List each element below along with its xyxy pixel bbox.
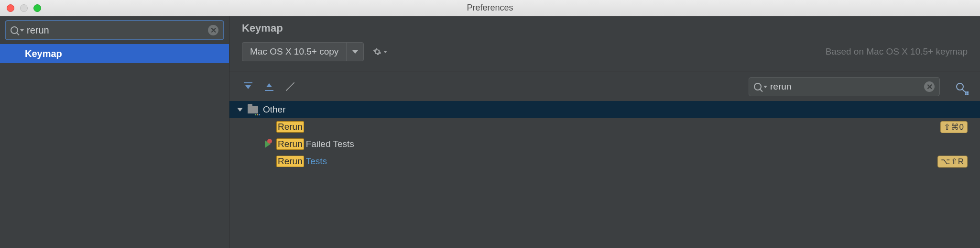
disclosure-triangle-icon[interactable]: [237, 108, 243, 112]
action-icon: [263, 157, 272, 166]
preferences-sidebar: ✕ Keymap: [0, 16, 229, 248]
chevron-down-icon: [352, 50, 358, 54]
sidebar-item-keymap[interactable]: Keymap: [0, 44, 229, 63]
chevron-down-icon: [383, 51, 387, 53]
tree-group-label: Other: [263, 104, 286, 115]
search-icon: [956, 83, 964, 90]
clear-search-button[interactable]: ✕: [924, 81, 935, 92]
based-on-label: Based on Mac OS X 10.5+ keymap: [826, 46, 968, 57]
sidebar-search-input[interactable]: [27, 25, 208, 36]
keymap-tree[interactable]: Other Rerun ⇧⌘0 Rerun Failed Tests: [229, 101, 980, 170]
keymap-scheme-actions-button[interactable]: [372, 44, 388, 59]
action-row-rerun-failed-tests[interactable]: Rerun Failed Tests: [229, 135, 980, 153]
sidebar-item-label: Keymap: [25, 48, 62, 59]
keyboard-dots-icon: [965, 91, 969, 95]
find-by-shortcut-button[interactable]: [953, 79, 968, 94]
keymap-scheme-dropdown-button[interactable]: [346, 43, 363, 61]
collapse-all-button[interactable]: [263, 80, 275, 93]
expand-all-button[interactable]: [242, 80, 254, 93]
tree-group-other[interactable]: Other: [229, 101, 980, 118]
folder-icon: [248, 106, 258, 113]
window-titlebar: Preferences: [0, 0, 980, 16]
rerun-failed-icon: [263, 139, 272, 149]
keymap-scheme-combo[interactable]: Mac OS X 10.5+ copy: [242, 42, 364, 61]
collapse-all-icon: [265, 82, 273, 91]
search-icon: [754, 83, 762, 90]
panel-heading: Keymap: [242, 22, 968, 34]
action-highlight: Rerun: [276, 138, 304, 150]
action-icon: [263, 122, 272, 132]
minimize-window-button[interactable]: [20, 4, 28, 12]
gear-icon: [373, 47, 381, 56]
expand-all-icon: [244, 82, 252, 91]
edit-button[interactable]: [284, 80, 296, 93]
action-row-rerun-tests[interactable]: Rerun Tests ⌥⇧R: [229, 153, 980, 170]
actions-search-field[interactable]: ✕: [749, 77, 940, 96]
search-history-caret-icon[interactable]: [763, 86, 767, 88]
actions-search-input[interactable]: [770, 81, 924, 92]
action-row-rerun[interactable]: Rerun ⇧⌘0: [229, 118, 980, 135]
sidebar-search-field[interactable]: ✕: [5, 20, 224, 40]
search-history-caret-icon[interactable]: [20, 29, 24, 32]
divider: [229, 71, 980, 71]
keymap-scheme-value: Mac OS X 10.5+ copy: [242, 46, 346, 57]
shortcut-badge: ⌥⇧R: [937, 156, 968, 168]
clear-search-button[interactable]: ✕: [208, 25, 218, 35]
action-highlight: Rerun: [276, 156, 304, 167]
shortcut-badge: ⇧⌘0: [940, 121, 968, 133]
action-rest: Tests: [306, 156, 327, 167]
action-rest: Failed Tests: [306, 139, 354, 149]
action-highlight: Rerun: [276, 121, 304, 133]
close-window-button[interactable]: [7, 4, 14, 12]
zoom-window-button[interactable]: [33, 4, 41, 12]
search-icon: [11, 26, 18, 34]
pencil-icon: [286, 82, 294, 91]
traffic-lights: [0, 4, 41, 12]
window-title: Preferences: [0, 3, 980, 13]
keymap-panel: Keymap Mac OS X 10.5+ copy Based on Mac …: [229, 16, 980, 248]
